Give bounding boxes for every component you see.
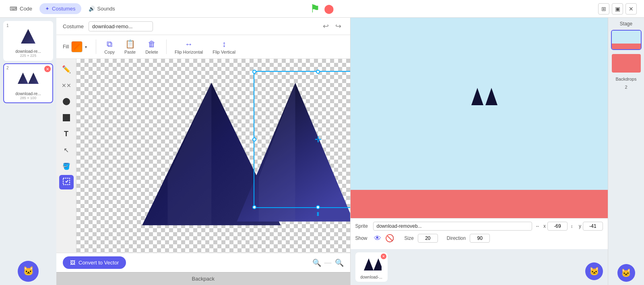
tab-costumes[interactable]: ✦ Costumes: [39, 3, 81, 14]
backdrop-thumb-2[interactable]: [611, 53, 642, 73]
zoom-in-btn[interactable]: 🔍: [335, 258, 344, 267]
backdrop-preview-2: [612, 54, 641, 73]
svg-marker-9: [471, 88, 483, 105]
svg-text:↕: ↕: [571, 224, 573, 229]
flip-h-icon: ↔: [185, 40, 193, 49]
delete-badge-2[interactable]: ✕: [44, 66, 51, 72]
sprite-list-area: ✕ download-... 🐱: [351, 249, 608, 285]
brush-tool[interactable]: ✏️: [59, 62, 74, 77]
direction-input[interactable]: [470, 234, 490, 243]
show-eye-btn[interactable]: 👁: [374, 234, 381, 243]
tab-code[interactable]: ⌨ Code: [4, 3, 38, 14]
costume-item-1[interactable]: 1 download-re... 225 × 225: [3, 21, 53, 61]
backdrops-count: 2: [625, 85, 627, 89]
stage-ground: [351, 190, 608, 218]
paste-icon: 📋: [125, 39, 135, 49]
convert-to-vector-btn[interactable]: 🖼 Convert to Vector: [63, 256, 126, 269]
fullscreen-btn[interactable]: ✕: [625, 3, 637, 15]
zoom-out-btn[interactable]: 🔍: [312, 258, 321, 267]
layout-stage-btn[interactable]: ▣: [612, 3, 623, 15]
costumes-list: 1 download-re... 225 × 225: [0, 18, 56, 285]
rect-tool[interactable]: [59, 110, 74, 125]
editor-main: ✏️ ✕✕ T ↖: [56, 59, 350, 253]
costume-header: Costume ↩ ↪: [56, 18, 350, 35]
stage-triangles: [469, 87, 502, 109]
svg-line-3: [74, 44, 80, 50]
sprite-delete-btn[interactable]: ✕: [381, 254, 386, 259]
svg-marker-13: [364, 258, 374, 270]
marquee-icon: [62, 177, 70, 187]
flip-v-icon: ↕: [222, 40, 226, 49]
sprite-thumb-item[interactable]: ✕ download-...: [355, 252, 388, 282]
layout-split-btn[interactable]: ⊞: [598, 3, 609, 15]
backpack-label: Backpack: [192, 276, 215, 282]
canvas-area[interactable]: ✛ ⬍: [76, 59, 350, 253]
show-row: Show 👁 🚫 Size Direction: [355, 234, 603, 243]
copy-icon: ⧉: [107, 40, 112, 49]
text-tool[interactable]: T: [59, 127, 74, 141]
add-costume-btn[interactable]: 🐱: [18, 261, 39, 282]
rect-icon: [63, 114, 70, 121]
flip-v-btn[interactable]: ↕ Flip Vertical: [208, 38, 239, 56]
stage-preview: [351, 18, 608, 218]
fill-swatch[interactable]: [71, 41, 83, 52]
layout-buttons: ⊞ ▣ ✕: [598, 3, 640, 15]
y-input[interactable]: [583, 222, 603, 231]
costume-thumb-2: [6, 67, 50, 91]
delete-btn[interactable]: 🗑 Delete: [141, 38, 162, 56]
copy-btn[interactable]: ⧉ Copy: [100, 38, 119, 56]
tool-palette: ✏️ ✕✕ T ↖: [56, 59, 76, 253]
svg-marker-1: [18, 73, 28, 84]
svg-marker-0: [21, 29, 35, 44]
size-dir-row: Size Direction: [405, 234, 490, 243]
backdrop-thumb-1[interactable]: [611, 30, 642, 50]
sprite-panel: Sprite ↔ x ↕ y: [351, 218, 608, 249]
redo-btn[interactable]: ↪: [333, 21, 344, 31]
size-input[interactable]: [418, 234, 438, 243]
costume-item-2[interactable]: 2 ✕ download-re... 2: [3, 63, 53, 103]
zoom-divider: —: [324, 258, 332, 267]
circle-tool[interactable]: [59, 94, 74, 109]
add-backdrop-btn[interactable]: 🐱: [617, 264, 635, 282]
marquee-tool[interactable]: [59, 175, 74, 189]
select-tool[interactable]: ↖: [59, 143, 74, 157]
fill-bucket-icon: 🪣: [62, 162, 70, 170]
flip-h-btn[interactable]: ↔ Flip Horizontal: [171, 38, 207, 56]
sprite-name-input[interactable]: [373, 222, 533, 231]
svg-marker-6: [168, 83, 212, 225]
sounds-icon: 🔊: [89, 6, 95, 12]
x-coord: ↔ x: [535, 222, 568, 231]
fill-control: Fill ▾: [63, 41, 87, 52]
backpack-bar[interactable]: Backpack: [56, 272, 350, 285]
fill-dropdown-arrow[interactable]: ▾: [85, 45, 87, 49]
paste-btn[interactable]: 📋 Paste: [120, 37, 140, 56]
canvas-svg: [76, 59, 350, 253]
add-icon: 🐱: [23, 266, 34, 277]
svg-text:↔: ↔: [535, 224, 540, 229]
backdrops-label: Backdrops: [616, 77, 637, 81]
add-sprite-icon: 🐱: [589, 266, 599, 276]
hide-eye-btn[interactable]: 🚫: [385, 234, 394, 243]
sep-1: [96, 40, 96, 54]
costume-editor: Costume ↩ ↪ Fill ▾ ⧉: [56, 18, 351, 285]
undo-btn[interactable]: ↩: [320, 21, 331, 31]
green-flag-btn[interactable]: ⚑: [310, 2, 320, 15]
code-icon: ⌨: [10, 6, 17, 12]
stop-btn[interactable]: ⬤: [324, 4, 334, 14]
tab-sounds[interactable]: 🔊 Sounds: [83, 3, 121, 14]
svg-marker-8: [259, 83, 295, 221]
undo-redo: ↩ ↪: [320, 21, 344, 31]
select-icon: ↖: [64, 146, 69, 154]
eraser-icon: ✕✕: [62, 82, 71, 89]
vector-icon: 🖼: [70, 260, 75, 266]
brush-icon: ✏️: [62, 65, 71, 74]
add-sprite-btn[interactable]: 🐱: [585, 262, 603, 280]
fill-tool[interactable]: 🪣: [59, 159, 74, 173]
eraser-tool[interactable]: ✕✕: [59, 78, 74, 93]
costume-name-input[interactable]: [89, 21, 153, 31]
sep-2: [166, 40, 167, 54]
zoom-controls: 🔍 — 🔍: [312, 258, 344, 267]
x-input[interactable]: [547, 222, 568, 231]
tab-bar: ⌨ Code ✦ Costumes 🔊 Sounds ⚑ ⬤ ⊞ ▣ ✕: [0, 0, 644, 18]
canvas-bottom: 🖼 Convert to Vector 🔍 — 🔍: [56, 253, 350, 272]
